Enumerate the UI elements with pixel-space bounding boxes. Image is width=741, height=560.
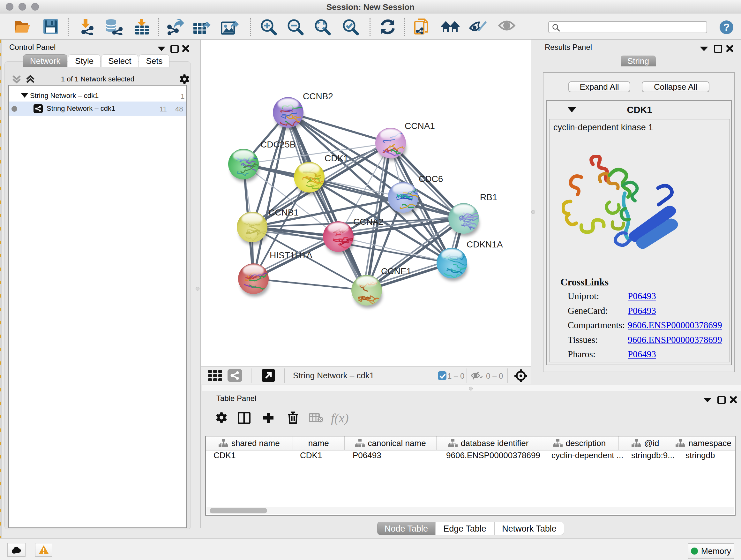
svg-text:RB1: RB1 xyxy=(480,192,497,202)
svg-text:CCNA1: CCNA1 xyxy=(405,121,435,131)
svg-text:CCNB1: CCNB1 xyxy=(268,207,299,217)
svg-text:CDC25B: CDC25B xyxy=(260,139,295,149)
svg-text:CCNB2: CCNB2 xyxy=(303,91,333,101)
svg-text:CDKN1A: CDKN1A xyxy=(467,240,503,249)
svg-text:CCNE1: CCNE1 xyxy=(381,266,411,276)
svg-text:CDC6: CDC6 xyxy=(419,174,443,184)
svg-text:CCNA2: CCNA2 xyxy=(353,217,384,227)
svg-text:CDK1: CDK1 xyxy=(325,153,348,163)
svg-text:HIST1H1A: HIST1H1A xyxy=(270,250,313,260)
